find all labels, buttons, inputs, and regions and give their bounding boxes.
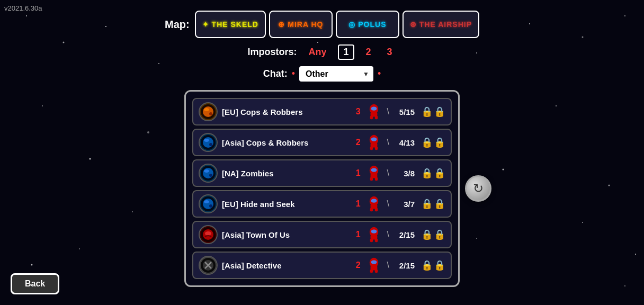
game-name: [EU] Hide and Seek <box>222 200 352 209</box>
svg-rect-48 <box>370 147 372 150</box>
game-row[interactable]: [EU] Hide and Seek 1 \ 3/7 🔒 🔒 <box>192 190 452 218</box>
crewmate-icon <box>366 257 382 274</box>
lock-icon: 🔒 <box>434 106 445 118</box>
lock-icon: 🔒 <box>421 106 433 118</box>
impostor-any[interactable]: Any <box>304 46 330 59</box>
lock-icon: 🔒 <box>421 137 433 148</box>
svg-point-34 <box>204 108 209 111</box>
player-count: 3/7 <box>395 200 415 209</box>
refresh-icon: ↻ <box>473 181 484 196</box>
svg-point-33 <box>203 106 213 117</box>
svg-point-82 <box>371 260 377 264</box>
lock-icon: 🔒 <box>421 198 433 210</box>
map-icon-mira <box>199 164 218 183</box>
main-container: v2021.6.30a Map: ✦ THE SKELD ⊕ MIRA HQ ◎… <box>0 0 644 305</box>
svg-point-35 <box>209 112 212 115</box>
svg-point-73 <box>371 229 377 233</box>
lock-icon: 🔒 <box>421 259 433 271</box>
svg-point-65 <box>371 199 377 202</box>
crewmate-icon <box>366 195 382 212</box>
game-name: [Asia] Detective <box>222 261 352 270</box>
svg-rect-58 <box>374 177 377 181</box>
svg-rect-39 <box>370 116 372 119</box>
lock-icon: 🔒 <box>434 259 445 271</box>
game-row[interactable]: [Asia] Town Of Us 1 \ 2/15 🔒 🔒 <box>192 221 452 248</box>
game-row[interactable]: [Asia] Cops & Robbers 2 \ 4/13 🔒 🔒 <box>192 129 452 156</box>
game-name: [EU] Cops & Robbers <box>222 107 352 116</box>
svg-point-43 <box>204 139 209 142</box>
slash-icon: \ <box>387 138 389 147</box>
svg-point-44 <box>209 143 212 146</box>
refresh-button[interactable]: ↻ <box>465 175 491 202</box>
map-mira-text: ⊕ MIRA HQ <box>278 20 323 29</box>
svg-point-56 <box>371 168 377 172</box>
map-label: Map: <box>165 19 190 31</box>
svg-point-52 <box>204 169 209 173</box>
lock-icons: 🔒 🔒 <box>421 167 445 179</box>
chat-select[interactable]: Other English Spanish Korean Russian <box>299 66 373 82</box>
crewmate-icon <box>366 134 382 151</box>
svg-rect-57 <box>370 177 372 181</box>
crewmate-icon <box>366 103 382 120</box>
game-list-panel: [EU] Cops & Robbers 3 \ 5/15 🔒 🔒 <box>184 90 460 287</box>
map-btn-airship[interactable]: ⊛ the AIRSHIP <box>402 11 479 38</box>
lock-icons: 🔒 🔒 <box>421 198 445 210</box>
lock-icon: 🔒 <box>434 137 445 148</box>
svg-point-62 <box>209 204 212 208</box>
impostor-1[interactable]: 1 <box>338 44 354 60</box>
svg-rect-66 <box>370 208 372 211</box>
player-count: 5/15 <box>395 107 415 116</box>
map-icon-special <box>199 225 218 244</box>
impostor-2[interactable]: 2 <box>362 46 375 59</box>
map-buttons: ✦ THE SKELD ⊕ MIRA HQ ◎ POLUS ⊛ the AIRS… <box>195 11 479 38</box>
map-btn-skeld[interactable]: ✦ THE SKELD <box>195 11 266 38</box>
game-row[interactable]: [EU] Cops & Robbers 3 \ 5/15 🔒 🔒 <box>192 98 452 125</box>
chat-label: Chat: <box>263 68 288 79</box>
slash-icon: \ <box>387 199 389 209</box>
impostor-count: 2 <box>356 138 361 147</box>
game-name: [NA] Zombies <box>222 169 352 178</box>
game-row[interactable]: [NA] Zombies 1 \ 3/8 🔒 🔒 <box>192 159 452 187</box>
player-count: 2/15 <box>395 230 415 239</box>
svg-point-38 <box>371 106 377 110</box>
slash-icon: \ <box>387 261 389 270</box>
lock-icon: 🔒 <box>421 229 433 240</box>
map-airship-text: ⊛ the AIRSHIP <box>410 20 472 29</box>
map-icon-mira <box>199 102 218 121</box>
map-skeld-text: ✦ THE SKELD <box>202 20 258 29</box>
svg-point-61 <box>204 200 209 203</box>
player-count: 3/8 <box>395 169 415 178</box>
lock-icons: 🔒 🔒 <box>421 259 445 271</box>
impostor-3[interactable]: 3 <box>383 46 397 59</box>
lock-icons: 🔒 🔒 <box>421 137 445 148</box>
map-btn-mira[interactable]: ⊕ MIRA HQ <box>269 11 333 38</box>
crewmate-icon <box>366 226 382 243</box>
slash-icon: \ <box>387 230 389 239</box>
impostor-count: 1 <box>356 168 361 178</box>
slash-icon: \ <box>387 107 389 116</box>
panel-wrapper: [EU] Cops & Robbers 3 \ 5/15 🔒 🔒 <box>184 90 460 287</box>
chat-dot-after: • <box>378 68 381 79</box>
map-row: Map: ✦ THE SKELD ⊕ MIRA HQ ◎ POLUS ⊛ the… <box>165 11 479 38</box>
player-count: 4/13 <box>395 138 415 147</box>
map-polus-text: ◎ POLUS <box>348 20 386 29</box>
svg-rect-67 <box>374 208 377 211</box>
lock-icon: 🔒 <box>434 229 445 240</box>
impostors-row: Impostors: Any 1 2 3 <box>247 44 396 60</box>
player-count: 2/15 <box>395 261 415 270</box>
map-icon-cross <box>199 256 218 275</box>
map-btn-polus[interactable]: ◎ POLUS <box>336 11 399 38</box>
svg-rect-74 <box>370 239 372 242</box>
impostor-count: 3 <box>356 107 361 116</box>
svg-rect-83 <box>370 270 372 273</box>
game-name: [Asia] Town Of Us <box>222 230 352 239</box>
game-row[interactable]: [Asia] Detective 2 \ 2/15 🔒 🔒 <box>192 252 452 279</box>
crewmate-icon <box>366 165 382 182</box>
lock-icon: 🔒 <box>434 198 445 210</box>
lock-icon: 🔒 <box>434 167 445 179</box>
impostor-count: 2 <box>356 261 361 270</box>
impostor-count: 1 <box>356 230 361 239</box>
chat-row: Chat: • Other English Spanish Korean Rus… <box>263 66 381 82</box>
svg-point-47 <box>371 137 377 141</box>
svg-point-53 <box>209 174 212 177</box>
